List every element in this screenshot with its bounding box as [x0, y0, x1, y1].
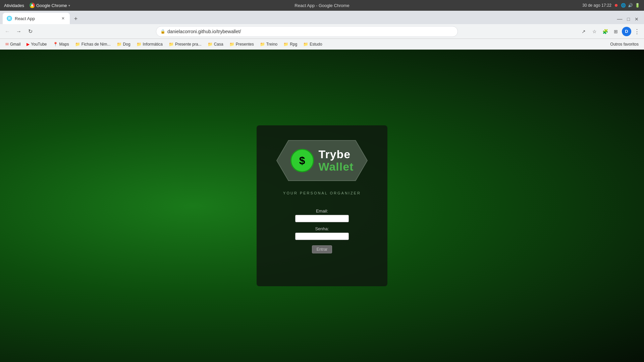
status-dot — [615, 4, 618, 7]
logo-inner: $ Trybe Wallet — [275, 139, 369, 182]
forward-button[interactable]: → — [14, 27, 23, 36]
maximize-button[interactable]: □ — [626, 15, 631, 23]
address-bar[interactable]: 🔒 danielacorroni.github.io/trybewallet/ — [156, 26, 458, 37]
bookmark-estudo[interactable]: 📁 Estudo — [301, 41, 325, 48]
volume-icon: 🔊 — [628, 3, 633, 8]
tab-bar: R React App ✕ + — □ ✕ — [0, 11, 644, 24]
chrome-icon — [30, 3, 35, 8]
close-button[interactable]: ✕ — [633, 15, 640, 23]
other-bookmarks[interactable]: Outros favoritos — [607, 41, 641, 48]
brand-name-2: Wallet — [319, 161, 354, 173]
bookmark-treino[interactable]: 📁 Treino — [257, 41, 280, 48]
email-group: Email: — [267, 208, 377, 222]
logo-container: $ Trybe Wallet — [275, 139, 369, 182]
share-icon[interactable]: ↗ — [579, 27, 588, 36]
maps-icon: 📍 — [53, 42, 58, 47]
lock-icon: 🔒 — [160, 29, 165, 34]
tab-title: React App — [15, 16, 58, 21]
submit-button[interactable]: Entrar — [312, 245, 332, 253]
tab-close-button[interactable]: ✕ — [60, 16, 66, 21]
bookmark-gmail[interactable]: ✉ Gmail — [3, 41, 23, 48]
bookmark-casa[interactable]: 📁 Casa — [205, 41, 226, 48]
logo-tagline: YOUR PERSONAL ORGANIZER — [283, 191, 361, 195]
bookmark-maps[interactable]: 📍 Maps — [50, 41, 72, 48]
bookmark-fichas[interactable]: 📁 Fichas de Nim... — [72, 41, 113, 48]
folder-icon-informatica: 📁 — [137, 42, 142, 47]
login-panel: $ Trybe Wallet YOUR PERSONAL ORGANIZER E… — [257, 125, 387, 286]
extensions-icon[interactable]: 🧩 — [600, 27, 610, 36]
email-input[interactable] — [295, 215, 349, 222]
logo-hexagon: $ Trybe Wallet — [275, 139, 369, 182]
email-label: Email: — [316, 208, 328, 214]
battery-icon: 🔋 — [635, 3, 640, 8]
chrome-menu-button[interactable]: ⋮ — [633, 26, 641, 37]
new-tab-button[interactable]: + — [71, 14, 80, 23]
bookmark-presentes[interactable]: 📁 Presentes — [227, 41, 257, 48]
folder-icon-fichas: 📁 — [75, 42, 80, 47]
page-content: $ Trybe Wallet YOUR PERSONAL ORGANIZER E… — [0, 50, 644, 362]
bookmark-star-icon[interactable]: ☆ — [590, 27, 599, 36]
folder-icon-presente: 📁 — [169, 42, 174, 47]
sys-tray-icons: 🌐 🔊 🔋 — [621, 3, 640, 8]
active-tab[interactable]: R React App ✕ — [3, 13, 70, 24]
gmail-icon: ✉ — [5, 42, 9, 47]
bookmark-dog[interactable]: 📁 Dog — [114, 41, 133, 48]
window-title: React App - Google Chrome — [294, 3, 349, 8]
folder-icon-estudo: 📁 — [303, 42, 308, 47]
minimize-button[interactable]: — — [616, 15, 624, 23]
password-label: Senha: — [315, 226, 329, 231]
bookmark-youtube[interactable]: ▶ YouTube — [24, 41, 49, 48]
address-bar-container: ← → ↻ 🔒 danielacorroni.github.io/trybewa… — [0, 24, 644, 39]
youtube-icon: ▶ — [26, 42, 30, 47]
reload-button[interactable]: ↻ — [25, 27, 35, 36]
sidebar-icon[interactable]: ⊞ — [611, 27, 621, 36]
bookmarks-bar: ✉ Gmail ▶ YouTube 📍 Maps 📁 Fichas de Nim… — [0, 39, 644, 50]
os-taskbar: Atividades Google Chrome ▾ React App - G… — [0, 0, 644, 11]
folder-icon-rpg: 📁 — [283, 42, 288, 47]
chrome-dropdown-icon[interactable]: ▾ — [68, 4, 70, 7]
bookmark-rpg[interactable]: 📁 Rpg — [281, 41, 300, 48]
folder-icon-presentes: 📁 — [229, 42, 234, 47]
password-input[interactable] — [295, 233, 349, 240]
profile-button[interactable]: D — [622, 27, 631, 36]
logo-text: Trybe Wallet — [319, 148, 354, 173]
tab-favicon: R — [7, 16, 12, 21]
chrome-app-indicator[interactable]: Google Chrome ▾ — [30, 3, 70, 8]
dollar-icon: $ — [290, 149, 314, 172]
bookmark-presente[interactable]: 📁 Presente pra... — [166, 41, 204, 48]
login-form: Email: Senha: Entrar — [267, 208, 377, 253]
bookmark-informatica[interactable]: 📁 Informática — [134, 41, 165, 48]
os-taskbar-right: 30 de ago 17:22 🌐 🔊 🔋 — [582, 3, 640, 8]
back-button[interactable]: ← — [3, 27, 12, 36]
chrome-app-name: Google Chrome — [36, 3, 67, 8]
url-text: danielacorroni.github.io/trybewallet/ — [167, 29, 453, 34]
address-bar-actions: ↗ ☆ 🧩 ⊞ D ⋮ — [579, 26, 641, 37]
chrome-window: R React App ✕ + — □ ✕ ← → ↻ 🔒 danielacor… — [0, 11, 644, 362]
activities-button[interactable]: Atividades — [4, 3, 24, 8]
network-icon: 🌐 — [621, 3, 626, 8]
folder-icon-casa: 📁 — [208, 42, 213, 47]
os-taskbar-left: Atividades Google Chrome ▾ — [4, 3, 70, 8]
brand-name-1: Trybe — [319, 148, 354, 161]
password-group: Senha: — [267, 226, 377, 240]
folder-icon-dog: 📁 — [117, 42, 122, 47]
datetime: 30 de ago 17:22 — [582, 3, 611, 8]
tab-bar-right-controls: — □ ✕ — [616, 15, 641, 24]
folder-icon-treino: 📁 — [260, 42, 265, 47]
